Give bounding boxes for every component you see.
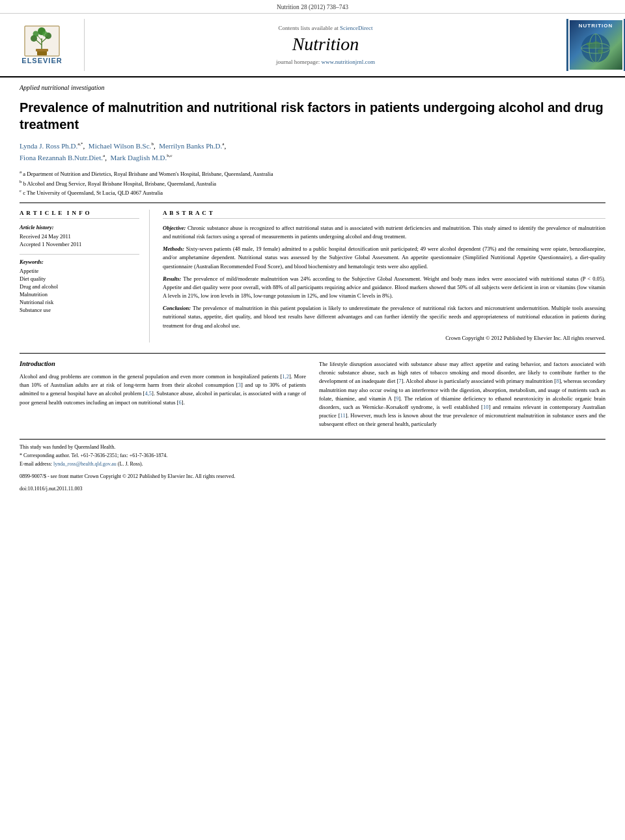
- doi-line: doi:10.1016/j.nut.2011.11.003: [20, 485, 605, 494]
- ref-1[interactable]: 1,2: [282, 373, 289, 380]
- article-info-column: A R T I C L E I N F O Article history: R…: [20, 210, 150, 343]
- journal-cover-label: NUTRITION: [579, 23, 613, 29]
- abstract-column: A B S T R A C T Objective: Chronic subst…: [163, 210, 605, 343]
- author-michael: Michael Wilson B.Sc.: [89, 142, 152, 150]
- affiliation-c: c c The University of Queensland, St Luc…: [20, 188, 605, 197]
- article-type-label: Applied nutritional investigation: [20, 84, 605, 94]
- svg-rect-2: [36, 49, 48, 51]
- ref-9[interactable]: 9: [396, 395, 398, 402]
- objective-label: Objective:: [163, 225, 186, 231]
- ref-3[interactable]: 3: [238, 382, 241, 388]
- intro-left-column: Introduction Alcohol and drug problems a…: [20, 360, 306, 428]
- funding-note: This study was funded by Queensland Heal…: [20, 443, 605, 452]
- introduction-columns: Introduction Alcohol and drug problems a…: [20, 360, 605, 428]
- keyword-diet: Diet quality: [20, 275, 139, 282]
- journal-cover-image: NUTRITION: [566, 19, 625, 71]
- svg-point-11: [42, 31, 48, 36]
- conclusion-text: The prevalence of malnutrition in this p…: [163, 305, 605, 328]
- keyword-drug: Drug and alcohol: [20, 283, 139, 290]
- issn-line: 0899-9007/$ - see front matter Crown Cop…: [20, 473, 605, 481]
- journal-header: ELSEVIER Contents lists available at Sci…: [0, 14, 625, 77]
- keyword-nutritional-risk: Nutritional risk: [20, 299, 139, 305]
- affiliation-a: a a Department of Nutrition and Dietetic…: [20, 169, 605, 178]
- info-abstract-columns: A R T I C L E I N F O Article history: R…: [20, 210, 605, 343]
- received-date: Received 24 May 2011: [20, 233, 139, 240]
- corresponding-note: * Corresponding author. Tel. +61-7-3636-…: [20, 452, 605, 460]
- top-citation-bar: Nutrition 28 (2012) 738–743: [0, 0, 625, 14]
- conclusion-label: Conclusion:: [163, 305, 191, 311]
- author-mark: Mark Daglish M.D.: [110, 154, 167, 161]
- ref-7[interactable]: 7: [398, 378, 401, 384]
- author-lynda: Lynda J. Ross Ph.D.: [20, 142, 77, 150]
- globe-icon: [573, 25, 618, 64]
- accepted-date: Accepted 1 November 2011: [20, 241, 139, 247]
- email-person: (L. J. Ross).: [118, 461, 143, 467]
- journal-title: Nutrition: [292, 34, 359, 55]
- homepage-line: journal homepage: www.nutritionjrnl.com: [276, 59, 375, 65]
- ref-11[interactable]: 11: [340, 412, 345, 419]
- methods-text: Sixty-seven patients (48 male, 19 female…: [163, 245, 605, 269]
- ref-4[interactable]: 4,5: [145, 390, 152, 397]
- copyright-line: Crown Copyright © 2012 Published by Else…: [163, 334, 605, 343]
- introduction-heading: Introduction: [20, 360, 306, 367]
- abstract-heading: A B S T R A C T: [163, 210, 605, 219]
- email-link[interactable]: lynda_ross@health.qld.gov.au: [53, 461, 117, 467]
- abstract-content: Objective: Chronic substance abuse is re…: [163, 224, 605, 343]
- abstract-objective: Objective: Chronic substance abuse is re…: [163, 224, 605, 241]
- footer-notes: This study was funded by Queensland Heal…: [20, 439, 605, 493]
- intro-right-text: The lifestyle disruption associated with…: [319, 360, 605, 428]
- keyword-appetite: Appetite: [20, 268, 139, 274]
- abstract-methods: Methods: Sixty-seven patients (48 male, …: [163, 245, 605, 271]
- email-label: E-mail address:: [20, 461, 52, 467]
- elsevier-tree-icon: [24, 25, 60, 57]
- keyword-malnutrition: Malnutrition: [20, 291, 139, 298]
- elsevier-brand-label: ELSEVIER: [21, 57, 62, 64]
- homepage-text: journal homepage:: [276, 59, 321, 65]
- abstract-results: Results: The prevalence of mild/moderate…: [163, 275, 605, 301]
- homepage-link[interactable]: www.nutritionjrnl.com: [322, 59, 375, 65]
- results-text: The prevalence of mild/moderate malnutri…: [163, 275, 605, 299]
- authors-line: Lynda J. Ross Ph.D.a,*, Michael Wilson B…: [20, 141, 605, 163]
- author-fiona: Fiona Rezannah B.Nutr.Diet.: [20, 154, 103, 161]
- results-label: Results:: [163, 275, 181, 282]
- sciencedirect-link[interactable]: Contents lists available at ScienceDirec…: [279, 25, 373, 31]
- affiliations-block: a a Department of Nutrition and Dietetic…: [20, 169, 605, 203]
- article-info-heading: A R T I C L E I N F O: [20, 210, 139, 219]
- journal-center-area: Contents lists available at ScienceDirec…: [85, 19, 566, 71]
- article-title: Prevalence of malnutrition and nutrition…: [20, 99, 605, 133]
- sciencedirect-anchor[interactable]: ScienceDirect: [340, 25, 372, 31]
- abstract-conclusion: Conclusion: The prevalence of malnutriti…: [163, 304, 605, 330]
- elsevier-logo-area: ELSEVIER: [0, 19, 85, 71]
- keywords-label: Keywords:: [20, 254, 139, 265]
- email-note: E-mail address: lynda_ross@health.qld.go…: [20, 460, 605, 469]
- journal-cover-inner: NUTRITION: [568, 19, 624, 71]
- introduction-section: Introduction Alcohol and drug problems a…: [20, 353, 605, 428]
- ref-8[interactable]: 8: [556, 378, 559, 384]
- main-content: Applied nutritional investigation Preval…: [0, 77, 625, 499]
- history-label: Article history:: [20, 224, 139, 231]
- author-merrilyn: Merrilyn Banks Ph.D.: [159, 142, 222, 150]
- ref-10[interactable]: 10: [483, 404, 489, 410]
- affiliation-b: b b Alcohol and Drug Service, Royal Bris…: [20, 178, 605, 188]
- intro-right-column: The lifestyle disruption associated with…: [319, 360, 605, 428]
- ref-6[interactable]: 6: [179, 399, 182, 406]
- methods-label: Methods:: [163, 245, 184, 252]
- citation-text: Nutrition 28 (2012) 738–743: [277, 4, 348, 10]
- objective-text: Chronic substance abuse is recognized to…: [163, 225, 605, 240]
- contents-text: Contents lists available at: [279, 25, 340, 31]
- keyword-substance: Substance use: [20, 307, 139, 313]
- intro-left-text: Alcohol and drug problems are common in …: [20, 372, 306, 407]
